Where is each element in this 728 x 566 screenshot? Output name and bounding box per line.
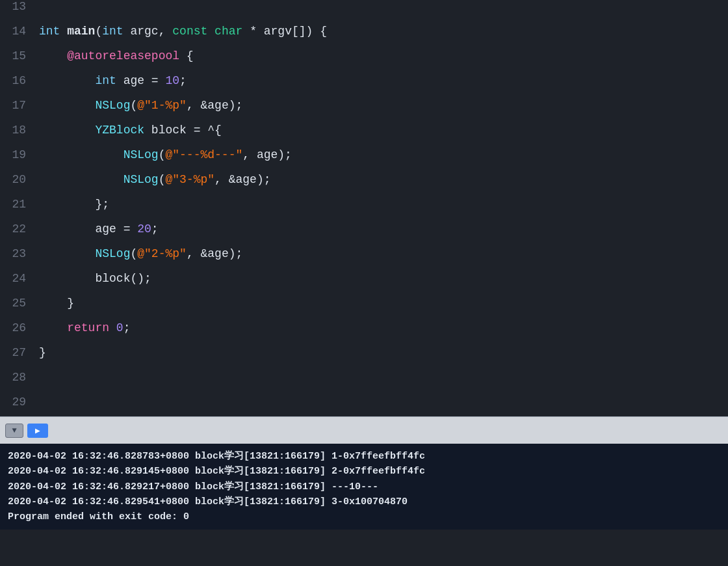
line-number: 25: [0, 297, 39, 310]
code-line-26: 26 return 0;: [0, 321, 728, 346]
console-output: 2020-04-02 16:32:46.828783+0800 block学习[…: [0, 444, 728, 530]
code-line-27: 27 }: [0, 346, 728, 371]
line-content: @autoreleasepool {: [39, 49, 194, 62]
line-number: 19: [0, 148, 39, 161]
line-content: int age = 10;: [39, 74, 187, 87]
line-content: block();: [39, 272, 151, 285]
arrow-icon: ▶: [35, 425, 40, 436]
line-content: return 0;: [39, 321, 130, 334]
line-number: 14: [0, 25, 39, 38]
line-number: 17: [0, 99, 39, 112]
line-content: YZBlock block = ^{: [39, 124, 222, 137]
line-content: NSLog(@"2-%p", &age);: [39, 247, 242, 260]
collapse-button[interactable]: ▼: [5, 424, 23, 438]
console-line-3: 2020-04-02 16:32:46.829217+0800 block学习[…: [8, 479, 720, 494]
line-content: };: [39, 198, 109, 211]
console-line-4: 2020-04-02 16:32:46.829541+0800 block学习[…: [8, 494, 720, 509]
code-line-21: 21 };: [0, 198, 728, 222]
line-content: }: [39, 297, 74, 310]
code-line-13: 13: [0, 0, 728, 25]
line-number: 28: [0, 371, 39, 384]
code-editor: 13 14 int main(int argc, const char * ar…: [0, 0, 728, 416]
code-line-28: 28: [0, 371, 728, 396]
line-number: 18: [0, 124, 39, 137]
line-number: 15: [0, 49, 39, 62]
code-line-15: 15 @autoreleasepool {: [0, 49, 728, 74]
line-number: 20: [0, 173, 39, 186]
code-line-16: 16 int age = 10;: [0, 74, 728, 99]
code-line-29: 29: [0, 396, 728, 416]
line-content: int main(int argc, const char * argv[]) …: [39, 25, 327, 38]
line-content: NSLog(@"---%d---", age);: [39, 148, 292, 161]
code-line-14: 14 int main(int argc, const char * argv[…: [0, 25, 728, 49]
code-line-23: 23 NSLog(@"2-%p", &age);: [0, 247, 728, 272]
line-number: 27: [0, 346, 39, 359]
code-line-20: 20 NSLog(@"3-%p", &age);: [0, 173, 728, 198]
console-line-2: 2020-04-02 16:32:46.829145+0800 block学习[…: [8, 464, 720, 479]
code-line-22: 22 age = 20;: [0, 222, 728, 247]
code-line-18: 18 YZBlock block = ^{: [0, 124, 728, 148]
console-line-5: Program ended with exit code: 0: [8, 509, 720, 524]
run-button[interactable]: ▶: [27, 424, 48, 438]
line-number: 24: [0, 272, 39, 285]
line-number: 29: [0, 396, 39, 409]
collapse-icon: ▼: [12, 426, 16, 435]
line-number: 23: [0, 247, 39, 260]
code-line-25: 25 }: [0, 297, 728, 321]
line-number: 16: [0, 74, 39, 87]
code-line-24: 24 block();: [0, 272, 728, 297]
line-number: 21: [0, 198, 39, 211]
line-number: 26: [0, 321, 39, 334]
console-toolbar: ▼ ▶: [0, 416, 728, 444]
code-line-19: 19 NSLog(@"---%d---", age);: [0, 148, 728, 173]
code-line-17: 17 NSLog(@"1-%p", &age);: [0, 99, 728, 124]
line-number: 22: [0, 222, 39, 236]
line-content: NSLog(@"1-%p", &age);: [39, 99, 242, 112]
line-content: NSLog(@"3-%p", &age);: [39, 173, 271, 186]
line-content: }: [39, 346, 46, 359]
console-line-1: 2020-04-02 16:32:46.828783+0800 block学习[…: [8, 449, 720, 464]
line-content: age = 20;: [39, 222, 159, 236]
line-number: 13: [0, 0, 39, 13]
